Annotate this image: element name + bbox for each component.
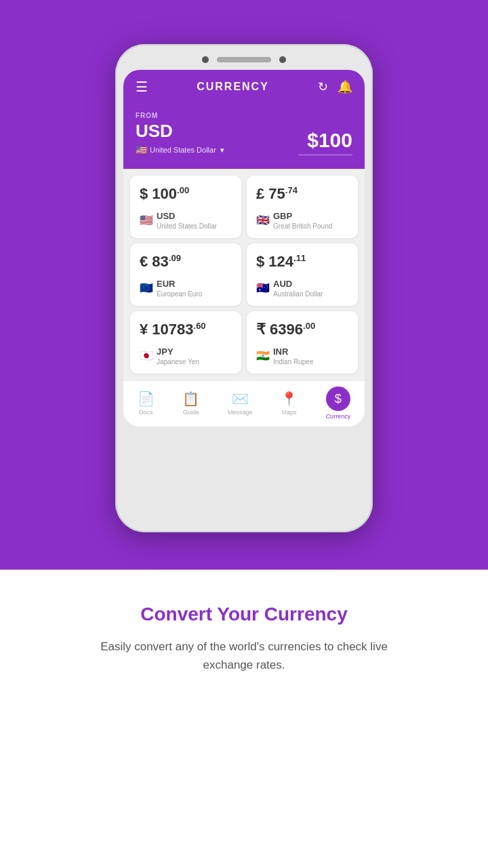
bell-icon[interactable]: 🔔 — [338, 79, 352, 94]
nav-item-message[interactable]: ✉️ Message — [228, 391, 253, 416]
card-cents-eur: .09 — [169, 253, 181, 263]
flag-eur: 🇪🇺 — [140, 281, 153, 294]
card-amount-gbp: £ 75.74 — [256, 185, 348, 203]
from-currency-code: USD — [136, 121, 226, 142]
card-amount-aud: $ 124.11 — [256, 253, 348, 271]
phone-screen: ☰ CURRENCY ↻ 🔔 FROM USD 🇺🇸 United States… — [123, 70, 365, 427]
phone-notch — [123, 56, 365, 63]
card-currency-row-inr: 🇮🇳 INR Indian Rupee — [256, 345, 348, 366]
from-section: FROM USD 🇺🇸 United States Dollar ▼ $100 — [123, 104, 365, 169]
card-amount-usd: $ 100.00 — [140, 185, 232, 203]
card-code-block-aud: AUD Australian Dollar — [273, 277, 323, 298]
bottom-description: Easily convert any of the world's curren… — [75, 637, 413, 674]
nav-item-docs[interactable]: 📄 Docs — [138, 391, 155, 416]
name-jpy: Japanese Yen — [157, 358, 199, 366]
card-code-block-usd: USD United States Dollar — [157, 210, 217, 230]
from-info: FROM USD 🇺🇸 United States Dollar ▼ — [136, 112, 226, 155]
card-currency-row-usd: 🇺🇸 USD United States Dollar — [140, 210, 232, 230]
bottom-section: Convert Your Currency Easily convert any… — [0, 570, 488, 868]
card-amount-inr: ₹ 6396.00 — [256, 321, 348, 338]
card-currency-row-aud: 🇦🇺 AUD Australian Dollar — [256, 277, 348, 298]
currency-nav-icon: $ — [335, 392, 342, 406]
name-inr: Indian Rupee — [273, 358, 314, 366]
from-country-row[interactable]: 🇺🇸 United States Dollar ▼ — [136, 144, 226, 155]
dropdown-arrow-icon[interactable]: ▼ — [219, 146, 226, 154]
code-jpy: JPY — [157, 347, 174, 357]
nav-item-maps[interactable]: 📍 Maps — [281, 391, 298, 416]
code-eur: EUR — [157, 279, 175, 289]
card-symbol-aud: $ 124 — [256, 253, 293, 270]
currency-card-aud[interactable]: $ 124.11 🇦🇺 AUD Australian Dollar — [247, 243, 358, 306]
currency-card-inr[interactable]: ₹ 6396.00 🇮🇳 INR Indian Rupee — [247, 311, 358, 374]
code-aud: AUD — [273, 279, 292, 289]
app-header: ☰ CURRENCY ↻ 🔔 — [123, 70, 365, 104]
card-amount-eur: € 83.09 — [140, 253, 232, 271]
currency-card-usd[interactable]: $ 100.00 🇺🇸 USD United States Dollar — [130, 176, 241, 238]
guide-icon: 📋 — [182, 391, 199, 407]
card-cents-gbp: .74 — [285, 185, 298, 195]
card-currency-row-eur: 🇪🇺 EUR European Euro — [140, 277, 232, 298]
code-gbp: GBP — [273, 211, 292, 221]
card-cents-jpy: .60 — [194, 321, 206, 331]
code-usd: USD — [157, 211, 175, 221]
code-inr: INR — [273, 347, 288, 357]
nav-label-maps: Maps — [282, 409, 297, 416]
nav-label-message: Message — [228, 409, 253, 416]
nav-label-guide: Guide — [183, 409, 199, 416]
nav-label-currency: Currency — [326, 413, 351, 420]
flag-gbp: 🇬🇧 — [256, 214, 270, 226]
card-symbol-eur: € 83 — [140, 253, 169, 270]
card-amount-jpy: ¥ 10783.60 — [140, 321, 232, 338]
currency-grid: $ 100.00 🇺🇸 USD United States Dollar £ 7… — [123, 169, 365, 380]
docs-icon: 📄 — [138, 391, 155, 407]
amount-display[interactable]: $100 — [298, 129, 352, 155]
currency-card-jpy[interactable]: ¥ 10783.60 🇯🇵 JPY Japanese Yen — [130, 311, 241, 374]
card-code-block-inr: INR Indian Rupee — [273, 345, 314, 366]
from-label: FROM — [136, 112, 226, 119]
flag-usd: 🇺🇸 — [140, 214, 153, 226]
top-section: ☰ CURRENCY ↻ 🔔 FROM USD 🇺🇸 United States… — [0, 0, 488, 570]
card-code-block-gbp: GBP Great British Pound — [273, 210, 332, 230]
name-eur: European Euro — [157, 290, 202, 298]
card-currency-row-jpy: 🇯🇵 JPY Japanese Yen — [140, 345, 232, 366]
name-aud: Australian Dollar — [273, 290, 323, 298]
refresh-icon[interactable]: ↻ — [318, 79, 328, 94]
card-cents-usd: .00 — [177, 185, 189, 195]
from-country-name: United States Dollar — [150, 146, 216, 154]
nav-item-guide[interactable]: 📋 Guide — [182, 391, 199, 416]
currency-card-gbp[interactable]: £ 75.74 🇬🇧 GBP Great British Pound — [247, 176, 358, 238]
card-cents-inr: .00 — [303, 321, 315, 331]
name-gbp: Great British Pound — [273, 222, 332, 230]
card-currency-row-gbp: 🇬🇧 GBP Great British Pound — [256, 210, 348, 230]
card-code-block-jpy: JPY Japanese Yen — [157, 345, 199, 366]
currency-nav-circle: $ — [326, 387, 350, 411]
name-usd: United States Dollar — [157, 222, 217, 230]
menu-icon[interactable]: ☰ — [136, 80, 148, 94]
bottom-title: Convert Your Currency — [27, 604, 461, 625]
header-icons: ↻ 🔔 — [318, 79, 352, 94]
currency-card-eur[interactable]: € 83.09 🇪🇺 EUR European Euro — [130, 243, 241, 306]
phone-speaker — [217, 57, 271, 62]
card-symbol-jpy: ¥ 10783 — [140, 321, 194, 338]
maps-icon: 📍 — [281, 391, 298, 407]
flag-inr: 🇮🇳 — [256, 349, 270, 362]
camera-dot-right — [279, 56, 286, 63]
card-symbol-usd: $ 100 — [140, 185, 177, 202]
camera-dot-left — [202, 56, 209, 63]
nav-label-docs: Docs — [139, 409, 153, 416]
phone-frame: ☰ CURRENCY ↻ 🔔 FROM USD 🇺🇸 United States… — [115, 44, 373, 532]
bottom-nav: 📄 Docs 📋 Guide ✉️ Message 📍 Maps — [123, 380, 365, 427]
card-code-block-eur: EUR European Euro — [157, 277, 202, 298]
flag-jpy: 🇯🇵 — [140, 349, 153, 362]
nav-item-currency[interactable]: $ Currency — [326, 387, 351, 420]
card-symbol-gbp: £ 75 — [256, 185, 285, 202]
card-cents-aud: .11 — [293, 253, 306, 263]
message-icon: ✉️ — [232, 391, 249, 407]
from-flag: 🇺🇸 — [136, 144, 147, 155]
flag-aud: 🇦🇺 — [256, 281, 270, 294]
app-title: CURRENCY — [197, 81, 269, 93]
card-symbol-inr: ₹ 6396 — [256, 321, 303, 338]
